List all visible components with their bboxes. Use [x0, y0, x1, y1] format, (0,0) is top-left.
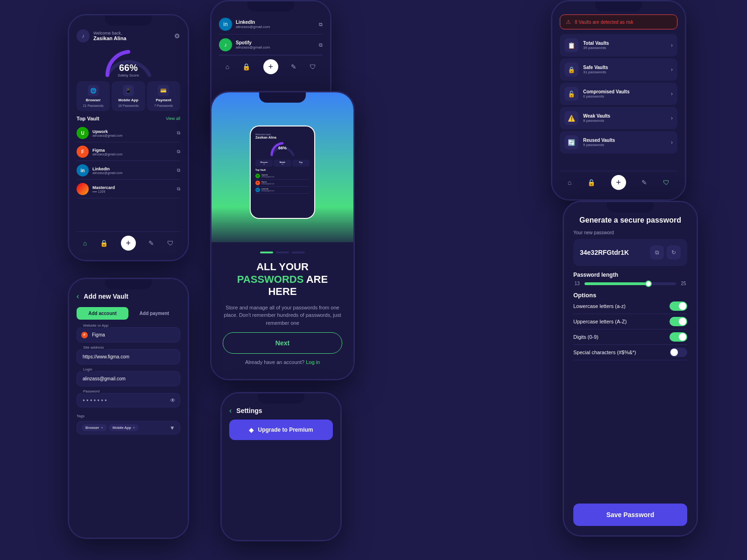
view-all-link[interactable]: View all	[166, 116, 180, 121]
vault-nav-lock[interactable]: 🔒	[242, 63, 250, 70]
tags-section: Tags Browser × Mobile App × ▼	[77, 414, 180, 434]
security-item-weak[interactable]: ⚠️ Weak Vaults 8 passwords ›	[560, 107, 677, 129]
tags-label: Tags	[77, 414, 180, 418]
password-input[interactable]: ●●●●●●●	[77, 393, 180, 407]
tag-browser: Browser ×	[82, 424, 107, 431]
vault-nav-add[interactable]: +	[263, 59, 278, 74]
save-password-button[interactable]: Save Password	[573, 504, 687, 526]
vault-item-mastercard[interactable]: Mastercard •••• 1209 ⧉	[77, 180, 180, 198]
top-vault-title: Top Vault	[77, 116, 99, 121]
linkedin-copy-icon[interactable]: ⧉	[177, 168, 180, 173]
nav-lock-icon[interactable]: 🔒	[100, 239, 108, 247]
categories-row: 🌐 Browser 21 Passwords 📱 Mobile App 16 P…	[77, 81, 180, 111]
settings-back-button[interactable]: ‹	[229, 406, 232, 415]
onboard-content: ALL YOUR PASSWORDS ARE HERE Store and ma…	[211, 242, 353, 379]
scroll-spotify-copy[interactable]: ⧉	[319, 42, 323, 48]
uppercase-toggle[interactable]	[669, 317, 687, 326]
reused-chevron-icon: ›	[671, 139, 673, 146]
upgrade-button[interactable]: ◆ Upgrade to Premium	[229, 420, 333, 440]
safety-label: Safety Score	[118, 73, 139, 77]
bottom-nav: ⌂ 🔒 + ✎ 🛡	[77, 231, 180, 252]
upwork-name: Upwork	[92, 129, 173, 134]
phone-password-generator: Generate a secure password Your new pass…	[563, 201, 698, 537]
add-vault-back-button[interactable]: ‹	[77, 292, 79, 301]
add-vault-header: ‹ Add new Vault	[77, 292, 180, 301]
website-label: Website or App	[81, 323, 110, 328]
risk-icon: ⚠	[566, 19, 571, 25]
vault-nav-share[interactable]: ✎	[291, 63, 296, 70]
digits-toggle[interactable]	[669, 332, 687, 342]
vault-nav-home[interactable]: ⌂	[226, 63, 229, 70]
onboard-mockup: Welcome back, Zasikan Alina 66% Browser2	[211, 92, 353, 242]
title-green: PASSWORDS	[237, 273, 306, 285]
lowercase-toggle[interactable]	[669, 301, 687, 311]
risk-text: 8 Vaults are detected as risk	[575, 20, 633, 25]
nav-shield-icon[interactable]: 🛡	[167, 239, 174, 247]
login-link[interactable]: Log in	[306, 359, 320, 365]
welcome-text: Welcome back,	[93, 31, 127, 35]
nav-home-icon[interactable]: ⌂	[83, 239, 87, 247]
tab-add-account[interactable]: Add account	[77, 307, 128, 320]
category-mobile[interactable]: 📱 Mobile App 16 Passwords	[112, 81, 145, 111]
next-button[interactable]: Next	[223, 332, 342, 354]
site-address-input[interactable]: https://www.figma.com	[77, 349, 180, 364]
nav-add-button[interactable]: +	[121, 236, 136, 251]
sec-nav-add[interactable]: +	[611, 175, 626, 190]
category-browser[interactable]: 🌐 Browser 21 Passwords	[77, 81, 110, 111]
tags-dropdown[interactable]: Browser × Mobile App × ▼	[77, 421, 180, 434]
reused-vaults-name: Reused Vaults	[583, 138, 666, 143]
browser-icon: 🌐	[88, 85, 99, 96]
sec-nav-shield[interactable]: 🛡	[663, 179, 669, 186]
special-toggle[interactable]	[669, 348, 687, 357]
safe-vaults-name: Safe Vaults	[583, 65, 666, 70]
login-input[interactable]: alinzass@gmail.com	[77, 371, 180, 386]
figma-copy-icon[interactable]: ⧉	[177, 149, 180, 154]
upwork-copy-icon[interactable]: ⧉	[177, 130, 180, 136]
security-item-total[interactable]: 📋 Total Vaults 35 passwords ›	[560, 34, 677, 56]
vault-item-linkedin[interactable]: in LinkedIn alinzass@gmail.com ⧉	[77, 161, 180, 180]
title-line1: ALL YOUR	[256, 261, 309, 273]
mastercard-copy-icon[interactable]: ⧉	[177, 186, 180, 192]
scroll-item-linkedin[interactable]: in LinkedIn alinzass@gmail.com ⧉	[219, 14, 323, 35]
vault-item-figma[interactable]: F Figma alinzass@gmail.com ⧉	[77, 143, 180, 161]
vault-nav-shield[interactable]: 🛡	[310, 63, 316, 70]
inner-gauge: 66%	[255, 141, 310, 158]
total-chevron-icon: ›	[671, 42, 673, 49]
settings-icon[interactable]: ⚙	[174, 32, 180, 40]
user-name: Zasikan Alina	[93, 35, 127, 41]
website-input[interactable]: F Figma	[77, 327, 180, 343]
compromised-vaults-icon: 🔓	[564, 87, 578, 101]
total-vaults-count: 35 passwords	[583, 46, 666, 50]
inner-phone-mockup: Welcome back, Zasikan Alina 66% Browser2	[250, 126, 315, 219]
length-slider[interactable]: 13 25	[573, 281, 687, 286]
option-uppercase: Uppercase letters (A-Z)	[573, 314, 687, 329]
slider-track[interactable]	[585, 282, 676, 285]
category-payment[interactable]: 💳 Payment 7 Passwords	[147, 81, 180, 111]
security-item-reused[interactable]: 🔄 Reused Vaults 5 passwords ›	[560, 131, 677, 154]
figma-logo: F	[77, 146, 89, 158]
security-item-safe[interactable]: 🔒 Safe Vaults 31 passwords ›	[560, 58, 677, 81]
sec-nav-home[interactable]: ⌂	[568, 179, 571, 186]
browser-name: Browser	[86, 98, 101, 102]
nav-share-icon[interactable]: ✎	[148, 239, 154, 247]
refresh-password-button[interactable]: ↻	[667, 245, 681, 259]
settings-title: Settings	[236, 407, 262, 414]
slider-thumb[interactable]	[645, 280, 652, 287]
dot-1	[260, 252, 273, 253]
scroll-item-spotify[interactable]: ♪ Spotify alinzass@gmail.com ⧉	[219, 35, 323, 55]
sec-nav-lock[interactable]: 🔒	[587, 179, 595, 186]
tab-add-payment[interactable]: Add payment	[128, 307, 180, 320]
sec-nav-share[interactable]: ✎	[641, 179, 647, 186]
copy-password-button[interactable]: ⧉	[650, 245, 664, 259]
show-password-icon[interactable]: 👁	[170, 397, 176, 404]
vault-item-upwork[interactable]: U Upwork alinzass@gmail.com ⧉	[77, 124, 180, 142]
weak-chevron-icon: ›	[671, 115, 673, 121]
onboard-description: Store and manage all of your passwords f…	[223, 304, 342, 327]
security-item-compromised[interactable]: 🔓 Compromised Vaults 0 passwords ›	[560, 83, 677, 105]
site-address-value: https://www.figma.com	[83, 354, 129, 359]
safety-gauge: 66% Safety Score	[77, 47, 180, 77]
scroll-linkedin-copy[interactable]: ⧉	[319, 21, 323, 28]
settings-header: ‹ Settings	[229, 406, 333, 415]
site-address-field: Site address https://www.figma.com	[77, 349, 180, 364]
scroll-spotify-email: alinzass@gmail.com	[236, 45, 315, 49]
